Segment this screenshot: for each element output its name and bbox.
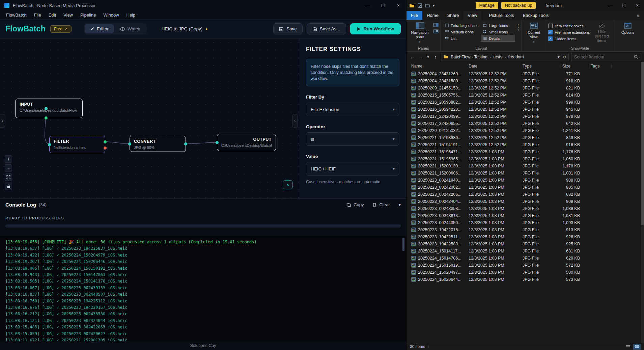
column-header-tags[interactable]: Tags [589,63,612,69]
column-header-name[interactable]: Name [410,63,467,69]
console-collapse-button[interactable]: ▾ [398,202,401,207]
breadcrumb-item[interactable]: tests [494,55,502,59]
file-row[interactable]: 20250220_02125032... 12/3/2025 12:52 PM … [407,127,644,134]
file-row[interactable]: 20250223_00242062... 12/3/2025 1:08 PM J… [407,184,644,191]
file-row[interactable]: 20250221_15195471... 12/3/2025 1:08 PM J… [407,148,644,155]
copy-button[interactable]: Copy [346,202,364,207]
file-row[interactable]: 20250223_00243913... 12/3/2025 1:08 PM J… [407,212,644,219]
menu-item[interactable]: Help [123,12,139,18]
column-header-date[interactable]: Date [467,63,521,69]
file-row[interactable]: 20250204_23431269... 12/3/2025 12:52 PM … [407,70,644,77]
fit-view-button[interactable] [5,173,12,181]
search-box[interactable] [571,53,641,61]
tab-home[interactable]: Home [422,11,443,20]
lock-button[interactable] [5,183,12,190]
forward-button[interactable]: → [418,54,424,60]
right-panel-toggle[interactable]: › [292,114,298,128]
convert-output-port[interactable] [184,142,187,145]
operator-select[interactable]: Is ▾ [306,132,399,146]
details-view-button[interactable] [624,344,632,350]
convert-input-port[interactable] [128,142,131,145]
node-filter[interactable]: FILTER fileExtension is heic [49,136,105,153]
file-row[interactable]: 20250204_23431580... 12/3/2025 12:52 PM … [407,77,644,84]
tab-editor[interactable]: Editor [85,24,114,33]
filter-input-port[interactable] [48,143,51,146]
menu-item[interactable]: FlowBatch [3,12,30,18]
save-button[interactable]: Save [273,23,303,34]
ribbon-minimize-button[interactable]: ∧ [637,11,644,20]
run-workflow-button[interactable]: Run Workflow [350,23,401,34]
current-view-button[interactable]: Current view ▾ [524,21,544,44]
layout-extra-large-icons[interactable]: Extra large icons [443,22,480,29]
console-scrollbar[interactable] [402,238,404,339]
file-row[interactable]: 20250224_15020497... 12/3/2025 1:08 PM J… [407,269,644,276]
file-row[interactable]: 20250216_20593882... 12/3/2025 12:52 PM … [407,99,644,106]
file-row[interactable]: 20250223_19422511... 12/3/2025 1:08 PM J… [407,233,644,240]
collapse-console-button[interactable]: ∧ [283,180,293,189]
address-dropdown-icon[interactable]: ▾ [558,55,560,59]
filter-by-select[interactable]: File Extension ▾ [306,103,399,116]
tab-backup-tools[interactable]: Backup Tools [518,11,553,20]
file-row[interactable]: 20250223_00242404... 12/3/2025 1:08 PM J… [407,198,644,205]
filter-pass-port[interactable] [104,140,107,143]
recent-locations-button[interactable]: ▾ [426,55,430,59]
file-list-scrollbar-thumb[interactable] [641,62,644,225]
details-pane-icon[interactable] [433,29,439,33]
refresh-icon[interactable]: ↻ [563,55,566,59]
filter-fail-port[interactable] [104,146,107,150]
file-row[interactable]: 20250223_19422015... 12/3/2025 1:08 PM J… [407,226,644,233]
scroll-up-icon[interactable]: ▴ [517,23,519,26]
file-list-scrollbar[interactable] [641,62,644,343]
new-folder-quick-icon[interactable] [425,4,430,7]
tab-picture-tools[interactable]: Picture Tools [484,11,518,20]
file-row[interactable]: 20250224_15015019... 12/3/2025 1:08 PM J… [407,262,644,269]
file-row[interactable]: 20250221_15200130... 12/3/2025 1:08 PM J… [407,162,644,169]
file-row[interactable]: 20250217_22420655... 12/3/2025 12:52 PM … [407,120,644,127]
navigation-pane-button[interactable]: Navigation pane ▾ [409,21,431,44]
minimize-button[interactable]: — [360,0,375,11]
left-panel-toggle[interactable]: ‹ [0,114,5,128]
properties-quick-icon[interactable] [418,3,422,8]
file-row[interactable]: 20250223_19422583... 12/3/2025 1:08 PM J… [407,240,644,247]
layout-medium-icons[interactable]: Medium icons [443,29,480,35]
menu-item[interactable]: Edit [45,12,59,18]
layout-details[interactable]: Details [481,35,515,42]
console-scrollbar-thumb[interactable] [402,238,404,251]
menu-item[interactable]: File [31,12,45,18]
file-row[interactable]: 20250221_15200606... 12/3/2025 1:08 PM J… [407,169,644,177]
file-row[interactable]: 20250223_00243358... 12/3/2025 1:08 PM J… [407,205,644,212]
more-layouts-icon[interactable]: ▾ [517,29,519,31]
up-button[interactable]: ↑ [432,54,439,60]
file-row[interactable]: 20250221_15195965... 12/3/2025 1:08 PM J… [407,155,644,162]
hidden-items-checkbox[interactable]: ✓ Hidden items [548,35,590,42]
menu-item[interactable]: Pipeline [77,12,99,18]
layout-list[interactable]: List [443,35,480,42]
maximize-button[interactable]: □ [375,0,391,11]
file-name-extensions-checkbox[interactable]: ✓ File name extensions [548,29,590,35]
close-button[interactable]: × [391,0,406,11]
scroll-down-icon[interactable]: ▾ [517,26,519,29]
quick-access-dropdown-icon[interactable]: ▾ [433,3,435,8]
layout-large-icons[interactable]: Large icons [481,22,515,29]
breadcrumb-item[interactable]: BatchFlow - Testing [451,55,487,59]
search-input[interactable] [574,55,634,59]
file-row[interactable]: 20250224_15020644... 12/3/2025 1:08 PM J… [407,276,644,283]
zoom-in-button[interactable]: + [5,155,12,163]
column-header-size[interactable]: Size [561,63,589,69]
file-row[interactable]: 20250217_22420499... 12/3/2025 12:52 PM … [407,113,644,120]
maximize-button[interactable]: □ [617,0,631,11]
back-button[interactable]: ← [409,54,415,60]
breadcrumb-item[interactable]: freedom [508,55,524,59]
file-row[interactable]: 20250224_15014706... 12/3/2025 1:08 PM J… [407,254,644,262]
preview-pane-icon[interactable] [433,23,439,27]
close-button[interactable]: × [631,0,644,11]
thumbnail-view-button[interactable] [633,344,641,350]
menu-item[interactable]: View [60,12,76,18]
file-row[interactable]: 20250209_21455158... 12/3/2025 12:52 PM … [407,84,644,91]
node-output[interactable]: OUTPUT C:\Users\joseh\Desktop\BatchFlow … [217,134,276,151]
file-row[interactable]: 20250223_00242206... 12/3/2025 1:08 PM J… [407,191,644,198]
clear-button[interactable]: Clear [372,202,390,207]
tab-share[interactable]: Share [443,11,464,20]
file-row[interactable]: 20250221_15194191... 12/3/2025 12:52 PM … [407,141,644,148]
value-select[interactable]: HEIC / HEIF ▾ [306,162,399,176]
